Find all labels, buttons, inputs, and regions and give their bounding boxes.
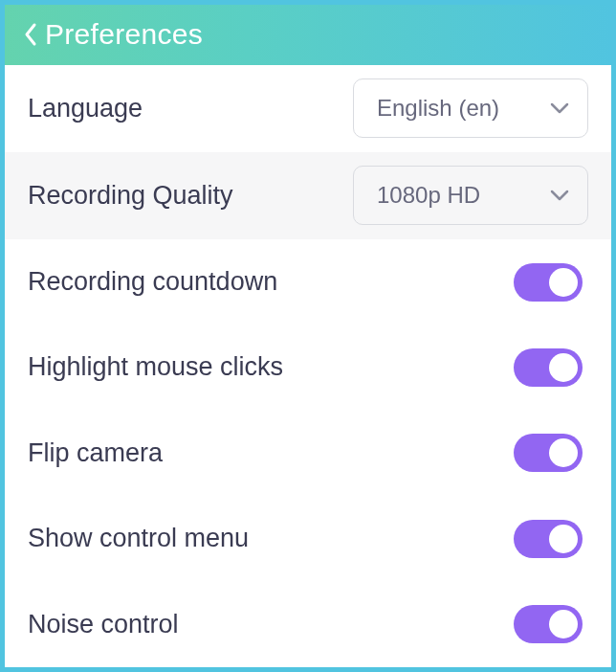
- language-label: Language: [28, 94, 143, 123]
- page-title: Preferences: [45, 18, 203, 51]
- language-row: Language English (en): [5, 65, 611, 152]
- flip-camera-label: Flip camera: [28, 438, 163, 468]
- show-control-menu-toggle[interactable]: [514, 520, 583, 558]
- recording-quality-select-value: 1080p HD: [377, 182, 480, 209]
- noise-control-toggle[interactable]: [514, 605, 583, 643]
- toggle-knob: [549, 438, 578, 467]
- noise-control-label: Noise control: [28, 610, 179, 639]
- recording-countdown-toggle[interactable]: [514, 263, 583, 302]
- flip-camera-toggle[interactable]: [514, 434, 583, 472]
- noise-control-row: Noise control: [5, 582, 611, 667]
- recording-quality-label: Recording Quality: [28, 181, 233, 211]
- highlight-mouse-clicks-toggle[interactable]: [514, 348, 583, 387]
- show-control-menu-row: Show control menu: [5, 496, 611, 581]
- preferences-header: Preferences: [5, 5, 611, 65]
- back-chevron-icon[interactable]: [22, 21, 39, 48]
- flip-camera-row: Flip camera: [5, 411, 611, 496]
- recording-countdown-row: Recording countdown: [5, 239, 611, 325]
- chevron-down-icon: [549, 101, 570, 115]
- chevron-down-icon: [549, 189, 570, 202]
- recording-quality-select[interactable]: 1080p HD: [353, 166, 588, 225]
- preferences-panel: Preferences Language English (en) Record…: [0, 0, 616, 672]
- toggle-knob: [549, 610, 578, 638]
- highlight-mouse-clicks-label: Highlight mouse clicks: [28, 352, 283, 382]
- highlight-mouse-clicks-row: Highlight mouse clicks: [5, 325, 611, 410]
- language-select-value: English (en): [377, 95, 499, 122]
- language-select[interactable]: English (en): [353, 78, 588, 138]
- toggle-knob: [549, 353, 578, 382]
- recording-quality-row: Recording Quality 1080p HD: [5, 152, 611, 239]
- show-control-menu-label: Show control menu: [28, 524, 249, 553]
- toggle-knob: [549, 525, 578, 553]
- recording-countdown-label: Recording countdown: [28, 267, 277, 297]
- toggle-knob: [549, 268, 578, 297]
